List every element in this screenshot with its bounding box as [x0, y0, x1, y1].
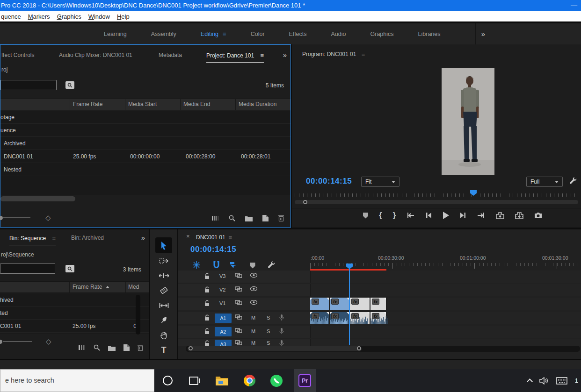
workspace-effects[interactable]: Effects [289, 31, 307, 37]
workspace-learning[interactable]: Learning [104, 31, 127, 37]
list-item[interactable]: otage [0, 111, 290, 124]
zoom-slider-knob[interactable] [0, 340, 2, 344]
video-clip[interactable]: fx [330, 298, 349, 310]
workspace-color[interactable]: Color [251, 31, 265, 37]
fx-badge[interactable]: fx [351, 313, 359, 319]
zoom-slider[interactable] [3, 341, 32, 342]
program-time-ruler[interactable] [295, 191, 578, 197]
automate-to-sequence-icon[interactable]: ◇ [45, 214, 51, 222]
audio-clip[interactable]: fx [310, 312, 329, 324]
go-to-out-button[interactable] [477, 212, 485, 219]
sync-lock-icon[interactable] [235, 328, 242, 333]
panel-menu-icon[interactable]: ≡ [52, 235, 56, 242]
track-v1[interactable]: V1 fx fx fx fx [178, 298, 581, 310]
mute-button[interactable]: M [251, 328, 255, 334]
workspace-editing[interactable]: Editing ≡ [201, 30, 226, 37]
tab-overflow-chevron-icon[interactable]: » [283, 51, 287, 59]
panel-menu-icon[interactable]: ≡ [260, 52, 264, 59]
new-bin-icon[interactable] [245, 215, 253, 221]
sync-lock-icon[interactable] [235, 314, 242, 320]
fx-badge[interactable]: fx [331, 299, 339, 305]
menu-markers[interactable]: Markers [28, 11, 50, 21]
list-item[interactable]: uence [0, 124, 290, 137]
lock-icon[interactable] [204, 286, 210, 292]
cortana-icon[interactable] [157, 369, 178, 392]
premiere-pro-taskbar-button[interactable]: Pr [294, 369, 316, 392]
lock-icon[interactable] [204, 314, 210, 321]
hidden-icons-chevron-icon[interactable] [527, 378, 533, 385]
video-clip[interactable]: fx [310, 298, 329, 310]
solo-button[interactable]: S [267, 328, 270, 334]
touch-keyboard-icon[interactable] [556, 377, 567, 385]
razor-tool[interactable] [155, 284, 172, 297]
window-titlebar[interactable]: Pro CC 2018 - C:\Users\Windows10\Desktop… [0, 0, 581, 11]
menu-window[interactable]: Window [88, 11, 110, 21]
workspace-assembly[interactable]: Assembly [151, 31, 176, 37]
menu-sequence[interactable]: quence [1, 11, 21, 21]
program-title[interactable]: Program: DNC001 01 ≡ [302, 50, 365, 57]
toggle-track-output-eye-icon[interactable] [250, 273, 257, 278]
fx-badge[interactable]: fx [331, 313, 339, 319]
track-name[interactable]: V3 [219, 273, 225, 279]
workspace-graphics[interactable]: Graphics [370, 31, 394, 37]
search-input[interactable] [0, 264, 55, 274]
list-header[interactable]: Frame Rate Med [0, 281, 149, 293]
fx-badge[interactable]: fx [372, 299, 379, 305]
sync-lock-icon[interactable] [235, 286, 242, 292]
timeline-settings-wrench-icon[interactable] [267, 260, 276, 269]
mark-in-button[interactable]: { [379, 211, 382, 220]
audio-clip[interactable]: fx [330, 312, 349, 324]
sync-lock-icon[interactable] [235, 300, 242, 305]
scrollbar-thumb[interactable] [188, 346, 362, 351]
track-v2[interactable]: V2 [178, 284, 581, 296]
settings-wrench-icon[interactable] [569, 177, 577, 185]
tab-bin-sequence[interactable]: Bin: Sequence ≡ [9, 235, 56, 245]
tab-audio-clip-mixer[interactable]: Audio Clip Mixer: DNC001 01 [59, 52, 132, 58]
tab-overflow-chevron-icon[interactable]: » [141, 234, 145, 242]
solo-button[interactable]: S [267, 340, 270, 346]
panel-menu-icon[interactable]: ≡ [362, 50, 365, 57]
icon-view-icon[interactable] [212, 215, 219, 221]
column-media-end[interactable]: Media End [183, 101, 210, 107]
fx-badge[interactable]: fx [312, 313, 319, 319]
audio-track-target[interactable]: A1 [215, 314, 232, 323]
track-a1[interactable]: A1 M S fx fx fx fx [178, 312, 581, 324]
lock-icon[interactable] [204, 300, 210, 306]
go-to-in-button[interactable] [407, 212, 414, 219]
voiceover-mic-icon[interactable] [279, 340, 284, 346]
task-view-icon[interactable] [183, 369, 204, 392]
menu-graphics[interactable]: Graphics [57, 11, 81, 21]
add-marker-button[interactable] [363, 213, 368, 219]
toggle-track-output-eye-icon[interactable] [250, 300, 257, 305]
lift-button[interactable] [496, 212, 504, 219]
list-item[interactable]: ted [0, 306, 149, 320]
workspace-audio[interactable]: Audio [331, 31, 346, 37]
export-frame-button[interactable] [534, 212, 542, 219]
clock-fragment[interactable]: 1 [575, 377, 578, 384]
search-input[interactable] [0, 80, 57, 90]
timeline-horizontal-scrollbar[interactable] [186, 346, 580, 352]
column-frame-rate[interactable]: Frame Rate [73, 284, 109, 290]
audio-track-target[interactable]: A2 [215, 327, 232, 336]
lock-icon[interactable] [204, 273, 210, 279]
vertical-scrollbar[interactable] [136, 295, 140, 335]
audio-clip-selected[interactable]: fx [350, 312, 370, 324]
track-select-forward-tool[interactable] [155, 254, 172, 267]
video-clip-selected[interactable]: fx [370, 298, 386, 310]
tab-project[interactable]: Project: Dance 101 ≡ [206, 52, 264, 63]
timeline-tab[interactable]: × DNC001 01 ≡ [178, 229, 581, 243]
list-item[interactable]: Nested [0, 163, 290, 176]
breadcrumb[interactable]: roj\Sequence [1, 251, 34, 258]
tab-bin-archived[interactable]: Bin: Archived [71, 235, 104, 241]
workspace-libraries[interactable]: Libraries [418, 31, 441, 37]
delete-icon[interactable] [138, 344, 143, 351]
audio-track-target[interactable]: A3 [215, 340, 232, 346]
lock-icon[interactable] [204, 340, 210, 346]
list-item[interactable]: C001 01 25.00 fps 0 [0, 320, 149, 333]
step-back-button[interactable] [425, 212, 432, 219]
mark-out-button[interactable]: } [393, 211, 396, 220]
find-icon[interactable] [94, 344, 100, 351]
workspace-menu-icon[interactable]: ≡ [223, 30, 226, 37]
fx-badge[interactable]: fx [372, 313, 379, 319]
column-media[interactable]: Med [128, 284, 139, 290]
